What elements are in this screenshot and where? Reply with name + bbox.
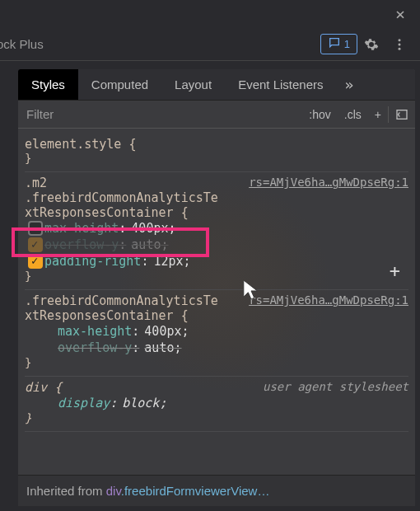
svg-point-0 bbox=[399, 39, 401, 41]
gear-icon[interactable] bbox=[357, 32, 385, 57]
tab-event-listeners[interactable]: Event Listeners bbox=[225, 69, 336, 100]
cls-toggle[interactable]: .cls bbox=[338, 103, 368, 126]
selector[interactable]: .m2 .freebirdCommonAnalyticsTextResponse… bbox=[25, 176, 222, 220]
window-topbar: × bbox=[0, 0, 420, 28]
styles-panel: Styles Computed Layout Event Listeners »… bbox=[18, 69, 415, 506]
new-rule-button[interactable]: + bbox=[368, 103, 388, 126]
tab-styles[interactable]: Styles bbox=[18, 69, 78, 100]
brace-close: } bbox=[25, 356, 31, 369]
extension-bar: ock Plus 1 bbox=[0, 28, 420, 61]
declaration-display[interactable]: display:block; bbox=[28, 395, 408, 411]
rule-freebird-container[interactable]: .freebirdCommonAnalyticsTextResponsesCon… bbox=[25, 290, 408, 377]
filter-input[interactable] bbox=[18, 101, 302, 128]
brace-close: } bbox=[25, 152, 31, 165]
brace-close: } bbox=[25, 411, 31, 424]
rule-element-style[interactable]: element.style { } bbox=[25, 134, 408, 172]
inherited-from-bar[interactable]: Inherited from div.freebirdFormviewerVie… bbox=[18, 475, 415, 506]
declaration-max-height[interactable]: max-height:400px; bbox=[28, 323, 408, 340]
declaration-overflow-y[interactable]: overflow-y:auto; bbox=[28, 237, 408, 253]
source-link[interactable]: rs=AMjVe6ha…gMwDpseRg:1 bbox=[249, 293, 408, 307]
property-checkbox[interactable] bbox=[28, 237, 43, 252]
extension-name: ock Plus bbox=[0, 37, 44, 51]
selector[interactable]: element.style { bbox=[25, 137, 136, 152]
tabs-row: Styles Computed Layout Event Listeners » bbox=[18, 69, 415, 101]
property-checkbox[interactable] bbox=[28, 221, 43, 236]
source-link[interactable]: rs=AMjVe6ha…gMwDpseRg:1 bbox=[249, 176, 408, 189]
messages-button[interactable]: 1 bbox=[320, 34, 357, 54]
selector[interactable]: .freebirdCommonAnalyticsTextResponsesCon… bbox=[25, 293, 222, 323]
inherited-tag: div bbox=[106, 484, 121, 498]
filter-bar: :hov .cls + bbox=[18, 101, 415, 129]
svg-point-2 bbox=[399, 47, 401, 49]
property-checkbox[interactable] bbox=[28, 254, 43, 269]
hov-toggle[interactable]: :hov bbox=[302, 103, 337, 126]
inherited-prefix: Inherited from bbox=[26, 484, 106, 498]
close-icon[interactable]: × bbox=[389, 1, 412, 27]
toggle-common-rendering-icon[interactable] bbox=[389, 103, 415, 126]
declaration-padding-right[interactable]: padding-right:12px; bbox=[28, 253, 408, 270]
tab-computed[interactable]: Computed bbox=[78, 69, 161, 100]
add-declaration-icon[interactable]: + bbox=[390, 260, 400, 281]
kebab-icon[interactable] bbox=[385, 32, 413, 57]
rules-list[interactable]: element.style { } .m2 .freebirdCommonAna… bbox=[18, 129, 415, 475]
inherited-class: .freebirdFormviewerView… bbox=[121, 484, 270, 498]
tab-layout[interactable]: Layout bbox=[161, 69, 225, 100]
rule-m2[interactable]: .m2 .freebirdCommonAnalyticsTextResponse… bbox=[25, 172, 408, 290]
selector[interactable]: div { bbox=[25, 380, 222, 395]
user-agent-stylesheet-label: user agent stylesheet bbox=[263, 380, 408, 393]
tabs-overflow-icon[interactable]: » bbox=[337, 76, 362, 93]
brace-close: } bbox=[25, 270, 31, 283]
chat-icon bbox=[328, 36, 341, 52]
rule-div-uas[interactable]: user agent stylesheet div { display:bloc… bbox=[25, 377, 408, 432]
declaration-overflow-y[interactable]: overflow-y:auto; bbox=[28, 340, 408, 356]
svg-point-1 bbox=[399, 43, 401, 45]
messages-count: 1 bbox=[344, 38, 350, 50]
declaration-max-height[interactable]: max-height:400px; bbox=[28, 220, 408, 237]
